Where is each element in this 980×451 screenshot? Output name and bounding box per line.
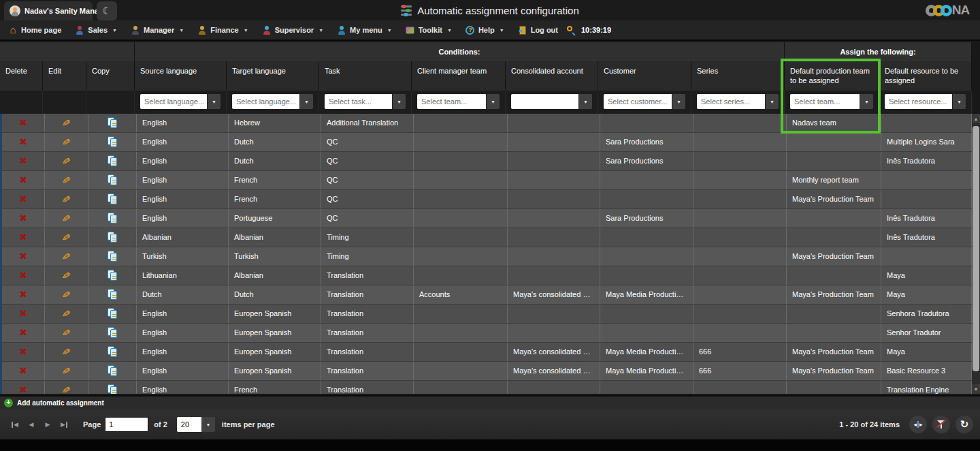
edit-button[interactable]: ✎ bbox=[45, 362, 88, 380]
edit-button[interactable]: ✎ bbox=[45, 190, 88, 208]
edit-button[interactable]: ✎ bbox=[45, 381, 88, 394]
edit-button[interactable]: ✎ bbox=[45, 209, 88, 228]
menu-item-finance[interactable]: Finance▼ bbox=[192, 20, 254, 40]
first-page-button[interactable]: ◀ bbox=[7, 416, 23, 433]
delete-button[interactable]: ✖ bbox=[2, 266, 45, 285]
column-header-series[interactable]: Series bbox=[691, 61, 785, 91]
column-header-source-language[interactable]: Source language bbox=[135, 61, 227, 91]
vertical-scrollbar[interactable]: ▲ ▼ bbox=[972, 114, 980, 394]
edit-button[interactable]: ✎ bbox=[45, 152, 88, 170]
copy-button[interactable] bbox=[88, 343, 137, 361]
delete-button[interactable]: ✖ bbox=[2, 190, 45, 208]
delete-button[interactable]: ✖ bbox=[2, 362, 45, 380]
edit-button[interactable]: ✎ bbox=[45, 228, 88, 247]
prev-page-button[interactable]: ◀ bbox=[23, 416, 39, 433]
filter-dropdown-default-production-team-to-be-assigned[interactable]: Select team...▼ bbox=[790, 94, 873, 109]
scroll-up-icon[interactable]: ▲ bbox=[972, 114, 980, 123]
delete-button[interactable]: ✖ bbox=[2, 343, 45, 361]
copy-button[interactable] bbox=[88, 381, 137, 394]
column-header-default-production-team-to-be-assigned[interactable]: Default production team to be assigned bbox=[785, 61, 879, 91]
copy-button[interactable] bbox=[88, 362, 137, 380]
filter-dropdown-consolidated-account[interactable]: ▼ bbox=[511, 94, 592, 109]
copy-button[interactable] bbox=[88, 114, 137, 132]
edit-button[interactable]: ✎ bbox=[45, 305, 88, 323]
last-page-button[interactable]: ▶ bbox=[56, 416, 72, 433]
copy-button[interactable] bbox=[88, 171, 137, 189]
page-size-value: 20 bbox=[177, 417, 201, 432]
filter-dropdown-client-manager-team[interactable]: Select team...▼ bbox=[417, 94, 500, 109]
cell-source-language: Albanian bbox=[137, 228, 229, 247]
page-size-select[interactable]: 20 ▼ bbox=[177, 417, 215, 432]
column-header-client-manager-team[interactable]: Client manager team bbox=[412, 61, 506, 91]
column-header-copy[interactable]: Copy bbox=[86, 61, 135, 91]
delete-button[interactable]: ✖ bbox=[2, 285, 45, 304]
copy-button[interactable] bbox=[88, 228, 137, 247]
search-icon[interactable] bbox=[566, 25, 576, 35]
menu-item-my-menu[interactable]: My menu▼ bbox=[331, 20, 397, 40]
user-tab[interactable]: Nadav's Sanity Manager bbox=[4, 1, 93, 20]
copy-button[interactable] bbox=[88, 305, 137, 323]
menu-item-log-out[interactable]: ◄Log out bbox=[512, 20, 564, 40]
edit-button[interactable]: ✎ bbox=[45, 266, 88, 285]
edit-button[interactable]: ✎ bbox=[45, 324, 88, 342]
scroll-down-icon[interactable]: ▼ bbox=[972, 384, 980, 394]
menu-item-sales[interactable]: Sales▼ bbox=[69, 20, 122, 40]
copy-button[interactable] bbox=[88, 266, 137, 285]
copy-button[interactable] bbox=[88, 247, 137, 266]
refresh-button[interactable]: ↻ bbox=[956, 416, 973, 433]
column-header-edit[interactable]: Edit bbox=[43, 61, 86, 91]
menu-item-toolkit[interactable]: Toolkit▼ bbox=[400, 20, 457, 40]
delete-button[interactable]: ✖ bbox=[2, 114, 45, 132]
delete-button[interactable]: ✖ bbox=[2, 247, 45, 266]
table-row: ✖✎EnglishHebrewAdditional TranslationNad… bbox=[2, 114, 972, 133]
delete-button[interactable]: ✖ bbox=[2, 133, 45, 151]
copy-button[interactable] bbox=[88, 209, 137, 228]
copy-button[interactable] bbox=[88, 152, 137, 170]
filter-dropdown-series[interactable]: Select series...▼ bbox=[697, 94, 779, 109]
edit-button[interactable]: ✎ bbox=[45, 171, 88, 189]
filter-dropdown-default-resource-to-be-assigned[interactable]: Select resource...▼ bbox=[885, 94, 966, 109]
cell-default-production-team-to-be-assigned bbox=[787, 266, 881, 285]
filter-dropdown-source-language[interactable]: Select language...▼ bbox=[140, 94, 220, 109]
next-page-button[interactable]: ▶ bbox=[39, 416, 56, 433]
cell-task: Translation bbox=[321, 381, 414, 394]
delete-button[interactable]: ✖ bbox=[2, 305, 45, 323]
delete-button[interactable]: ✖ bbox=[2, 152, 45, 170]
scrollbar-thumb[interactable] bbox=[973, 126, 979, 371]
copy-button[interactable] bbox=[88, 285, 137, 304]
delete-button[interactable]: ✖ bbox=[2, 171, 45, 189]
edit-button[interactable]: ✎ bbox=[45, 247, 88, 266]
delete-button[interactable]: ✖ bbox=[2, 228, 45, 247]
delete-button[interactable]: ✖ bbox=[2, 381, 45, 394]
delete-button[interactable]: ✖ bbox=[2, 209, 45, 228]
copy-button[interactable] bbox=[88, 133, 137, 151]
column-header-target-language[interactable]: Target language bbox=[227, 61, 319, 91]
copy-button[interactable] bbox=[88, 324, 137, 342]
menu-item-help[interactable]: ?Help▼ bbox=[460, 20, 510, 40]
menu-item-manager[interactable]: Manager▼ bbox=[125, 20, 189, 40]
clear-filters-button[interactable] bbox=[932, 416, 950, 433]
edit-button[interactable]: ✎ bbox=[45, 285, 88, 304]
add-assignment-bar[interactable]: + Add automatic assignment bbox=[0, 395, 980, 409]
cell-customer bbox=[600, 324, 693, 342]
cell-client-manager-team: Accounts bbox=[414, 285, 508, 304]
menu-item-home-page[interactable]: ⌂Home page bbox=[3, 20, 67, 40]
filter-dropdown-target-language[interactable]: Select language...▼ bbox=[232, 94, 313, 109]
dark-mode-toggle[interactable]: ☾ bbox=[97, 1, 117, 20]
fit-columns-button[interactable]: ◂▸ bbox=[909, 416, 927, 433]
edit-button[interactable]: ✎ bbox=[45, 343, 88, 361]
edit-button[interactable]: ✎ bbox=[45, 114, 88, 132]
filter-dropdown-customer[interactable]: Select customer...▼ bbox=[604, 94, 685, 109]
column-header-delete[interactable]: Delete bbox=[0, 61, 43, 91]
column-header-customer[interactable]: Customer bbox=[598, 61, 691, 91]
column-header-default-resource-to-be-assigned[interactable]: Default resource to be assigned bbox=[879, 61, 972, 91]
column-header-task[interactable]: Task bbox=[319, 61, 412, 91]
column-header-consolidated-account[interactable]: Consolidated account bbox=[506, 61, 598, 91]
delete-button[interactable]: ✖ bbox=[2, 324, 45, 342]
menu-item-supervisor[interactable]: Supervisor▼ bbox=[257, 20, 329, 40]
cell-consolidated-account bbox=[508, 171, 600, 189]
page-number-input[interactable] bbox=[105, 417, 148, 432]
copy-button[interactable] bbox=[88, 190, 137, 208]
edit-button[interactable]: ✎ bbox=[45, 133, 88, 151]
filter-dropdown-task[interactable]: Select task...▼ bbox=[325, 94, 406, 109]
